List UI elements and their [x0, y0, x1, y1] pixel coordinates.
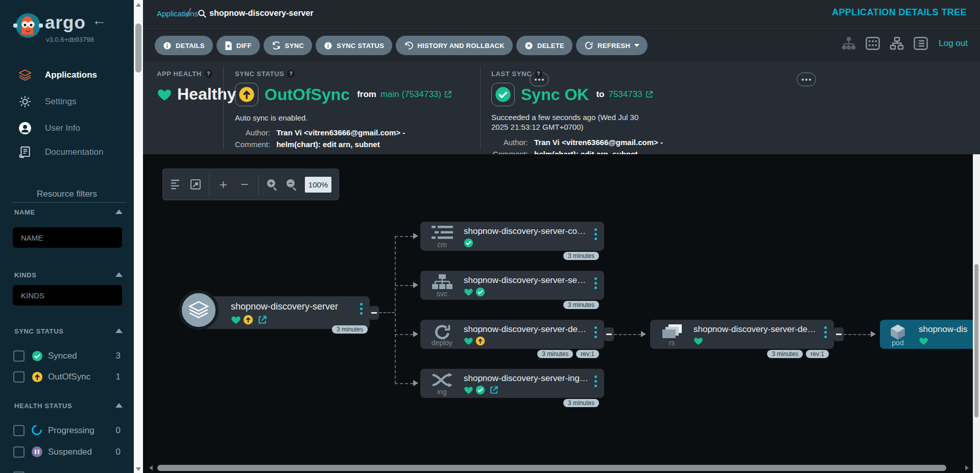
application-node[interactable]: shopnow-discovery-server 3 minutes	[203, 296, 370, 329]
network-view-icon[interactable]	[890, 37, 904, 50]
collapse-node-button[interactable]	[369, 306, 379, 320]
align-layout-icon[interactable]	[170, 178, 182, 191]
outofsync-icon	[235, 83, 258, 106]
healthy-heart-icon	[919, 336, 928, 346]
divider	[480, 66, 481, 149]
from-label: from	[357, 89, 376, 100]
details-button[interactable]: DETAILS	[155, 36, 213, 55]
sync-button[interactable]: SYNC	[264, 36, 312, 55]
layers-icon	[188, 299, 209, 321]
zoom-level-input[interactable]	[305, 177, 331, 193]
checkbox[interactable]	[13, 425, 25, 436]
node-title: shopnow-discovery-server-co…	[464, 226, 589, 236]
sidebar-scrollbar[interactable]	[134, 0, 143, 473]
external-link-icon[interactable]	[257, 315, 267, 325]
diff-button[interactable]: DIFF	[217, 36, 260, 55]
suspended-icon	[32, 446, 43, 458]
revision-link[interactable]: 7534733	[608, 89, 653, 100]
vertical-scrollbar[interactable]	[973, 154, 980, 463]
scrollbar-corner	[973, 463, 980, 473]
sidebar-item-label: Applications	[45, 70, 97, 80]
scrollbar-thumb[interactable]	[974, 264, 978, 417]
node-menu-button[interactable]	[824, 326, 827, 338]
logout-link[interactable]: Log out	[939, 38, 968, 49]
scrollbar-thumb[interactable]	[135, 23, 141, 73]
chevron-up-icon[interactable]	[115, 403, 123, 408]
collapse-node-button[interactable]	[604, 327, 614, 341]
external-link-icon[interactable]	[489, 386, 498, 395]
help-icon[interactable]: ?	[287, 70, 295, 78]
action-toolbar: DETAILS DIFF SYNC SYNC STATUS HISTORY AN…	[143, 30, 980, 61]
sidebar-item-documentation[interactable]: Documentation	[0, 140, 134, 164]
help-icon[interactable]: ?	[535, 70, 542, 78]
deployment-node[interactable]: deploy shopnow-discovery-server-de… 3 mi…	[420, 320, 604, 349]
sidebar-item-settings[interactable]: Settings	[0, 90, 134, 113]
scroll-down-icon[interactable]	[136, 467, 141, 471]
collapse-node-button[interactable]	[834, 327, 844, 341]
horizontal-scrollbar[interactable]	[143, 463, 973, 473]
checkbox[interactable]	[13, 350, 25, 362]
last-sync-menu-button[interactable]	[797, 73, 816, 86]
fit-to-view-icon[interactable]	[189, 178, 202, 191]
filter-option-progressing: Progressing 0	[0, 421, 134, 441]
revision-link[interactable]: main (7534733)	[380, 89, 452, 100]
sidebar-item-user-info[interactable]: User Info	[0, 116, 134, 140]
arrowhead-icon	[413, 380, 418, 386]
scroll-right-icon[interactable]	[965, 465, 969, 470]
scrollbar-thumb[interactable]	[157, 465, 946, 471]
history-rollback-button[interactable]: HISTORY AND ROLLBACK	[396, 36, 513, 55]
help-icon[interactable]: ?	[205, 70, 212, 78]
divider	[223, 66, 224, 149]
application-node-icon[interactable]	[179, 290, 219, 330]
collapse-all-button[interactable]: −	[237, 177, 251, 193]
replicaset-node[interactable]: rs shopnow-discovery-server-de… 3 minute…	[650, 320, 834, 349]
sync-status-value: OutOfSync	[265, 85, 350, 104]
filter-heading-kinds: KINDS	[14, 271, 36, 279]
node-menu-button[interactable]	[360, 303, 363, 315]
service-node[interactable]: svc shopnow-discovery-server-se… 3 minut…	[420, 271, 604, 300]
scroll-up-icon[interactable]	[136, 3, 141, 7]
sidebar-item-applications[interactable]: Applications	[0, 63, 134, 87]
node-menu-button[interactable]	[594, 228, 597, 240]
resource-tree-canvas[interactable]: + − shopnow-d	[143, 154, 973, 463]
node-menu-button[interactable]	[594, 326, 597, 338]
edge	[395, 285, 413, 286]
delete-button[interactable]: DELETE	[516, 36, 572, 55]
info-icon	[324, 41, 332, 50]
collapse-sidebar-icon[interactable]: ←	[92, 12, 106, 29]
healthy-heart-icon	[157, 87, 172, 102]
edge	[844, 334, 871, 335]
arrowhead-icon	[413, 233, 418, 239]
chevron-up-icon[interactable]	[115, 328, 123, 333]
ingress-node[interactable]: ing shopnow-discovery-server-ing… 3 minu…	[420, 369, 604, 398]
service-icon	[420, 274, 464, 290]
kinds-filter-input[interactable]	[13, 285, 122, 305]
node-menu-button[interactable]	[594, 375, 597, 387]
node-title: shopnow-discovery-server-ing…	[464, 373, 589, 384]
zoom-out-icon[interactable]	[285, 178, 298, 191]
healthy-heart-icon	[464, 287, 473, 297]
breadcrumb-applications-link[interactable]: Applications	[157, 9, 198, 18]
chevron-up-icon[interactable]	[115, 209, 123, 214]
edge	[395, 383, 413, 384]
tree-view-icon[interactable]	[842, 37, 856, 50]
filter-heading-health-status: HEALTH STATUS	[14, 402, 72, 410]
list-view-icon[interactable]	[914, 37, 928, 50]
zoom-in-icon[interactable]	[266, 178, 278, 191]
grid-view-icon[interactable]	[866, 37, 880, 50]
checkbox[interactable]	[13, 371, 25, 383]
refresh-button[interactable]: REFRESH	[576, 36, 648, 55]
search-icon[interactable]	[197, 9, 207, 18]
name-filter-input[interactable]	[13, 227, 122, 248]
sync-status-button[interactable]: SYNC STATUS	[316, 36, 392, 55]
pod-node[interactable]: pod shopnow-dis	[880, 320, 973, 349]
sync-status-section: SYNC STATUS ? OutOfSync from main (75347…	[235, 70, 480, 149]
chevron-up-icon[interactable]	[115, 272, 123, 277]
node-menu-button[interactable]	[594, 277, 597, 289]
expand-all-button[interactable]: +	[217, 177, 230, 193]
diff-file-icon	[225, 41, 232, 50]
configmap-node[interactable]: cm shopnow-discovery-server-co… 3 minute…	[420, 222, 604, 251]
scroll-left-icon[interactable]	[149, 465, 153, 470]
checkbox[interactable]	[13, 446, 25, 458]
filter-option-count: 0	[116, 425, 121, 436]
